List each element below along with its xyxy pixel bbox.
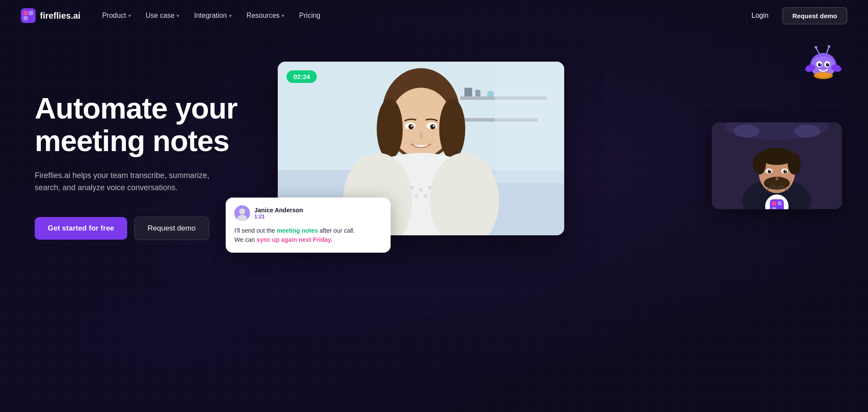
chat-highlight-sync: sync up again next Friday. xyxy=(256,236,332,243)
login-button[interactable]: Login xyxy=(744,8,775,23)
nav-pricing-label: Pricing xyxy=(299,12,320,19)
svg-point-16 xyxy=(828,63,829,65)
nav-product-label: Product xyxy=(102,12,126,20)
svg-rect-0 xyxy=(21,8,36,23)
svg-rect-71 xyxy=(778,207,782,209)
chevron-down-icon: ▾ xyxy=(282,13,284,19)
nav-links: Product ▾ Use case ▾ Integration ▾ Resou… xyxy=(96,8,326,23)
logo-icon xyxy=(21,8,36,23)
svg-point-45 xyxy=(411,125,413,127)
svg-point-15 xyxy=(820,63,821,65)
svg-rect-4 xyxy=(29,16,33,20)
nav-right: Login Request demo xyxy=(744,7,847,24)
chat-header: Janice Anderson 1:21 xyxy=(234,205,382,221)
svg-rect-2 xyxy=(29,11,33,15)
svg-rect-25 xyxy=(475,90,480,96)
svg-rect-68 xyxy=(772,201,776,205)
chat-message: I'll send out the meeting notes after ou… xyxy=(234,226,382,245)
nav-item-integration[interactable]: Integration ▾ xyxy=(188,8,238,23)
hero-left: Automate your meeting notes Fireflies.ai… xyxy=(35,57,252,240)
svg-point-31 xyxy=(439,99,465,159)
request-demo-button[interactable]: Request demo xyxy=(783,7,847,24)
chevron-down-icon: ▾ xyxy=(229,13,232,19)
hero-right: 02:24 Janice Anderson 1:21 I'll send o xyxy=(252,57,833,235)
svg-rect-27 xyxy=(495,62,564,183)
svg-point-44 xyxy=(430,124,435,129)
svg-point-36 xyxy=(411,186,414,189)
svg-point-40 xyxy=(424,194,427,198)
svg-point-30 xyxy=(377,99,403,159)
navbar: fireflies.ai Product ▾ Use case ▾ Integr… xyxy=(0,0,868,31)
svg-point-48 xyxy=(239,208,245,214)
nav-item-resources[interactable]: Resources ▾ xyxy=(240,8,290,23)
svg-point-6 xyxy=(815,46,817,49)
svg-point-43 xyxy=(408,124,414,129)
svg-point-65 xyxy=(769,170,771,171)
secondary-video-inner xyxy=(712,122,842,209)
chat-time: 1:21 xyxy=(254,214,303,220)
svg-point-53 xyxy=(794,125,820,138)
nav-item-pricing[interactable]: Pricing xyxy=(293,8,326,23)
chat-name: Janice Anderson xyxy=(254,207,303,214)
nav-resources-label: Resources xyxy=(247,12,279,20)
chat-avatar xyxy=(234,205,250,221)
svg-point-37 xyxy=(419,188,423,191)
request-demo-hero-button[interactable]: Request demo xyxy=(134,217,209,240)
chat-highlight-meeting-notes: meeting notes xyxy=(277,227,318,234)
svg-point-19 xyxy=(814,72,833,79)
nav-item-product[interactable]: Product ▾ xyxy=(96,8,137,23)
svg-point-39 xyxy=(415,194,418,198)
nav-usecase-label: Use case xyxy=(146,12,175,20)
chat-text-before: I'll send out the xyxy=(234,227,277,234)
hero-title: Automate your meeting notes xyxy=(35,92,252,157)
svg-point-66 xyxy=(785,170,786,171)
svg-rect-70 xyxy=(772,207,776,209)
svg-point-59 xyxy=(788,153,801,175)
logo-text: fireflies.ai xyxy=(40,11,80,21)
svg-point-52 xyxy=(733,125,760,138)
svg-point-46 xyxy=(433,125,434,127)
chat-user-info: Janice Anderson 1:21 xyxy=(254,207,303,220)
nav-integration-label: Integration xyxy=(194,12,227,20)
svg-point-8 xyxy=(828,45,830,48)
svg-line-5 xyxy=(816,48,819,54)
svg-point-26 xyxy=(487,91,494,98)
hero-buttons: Get started for free Request demo xyxy=(35,217,252,240)
robot-mascot xyxy=(803,44,846,88)
video-timer-badge: 02:24 xyxy=(286,70,317,83)
svg-point-38 xyxy=(428,186,431,189)
hero-subtitle: Fireflies.ai helps your team transcribe,… xyxy=(35,169,217,194)
secondary-video-card xyxy=(712,122,842,209)
chevron-down-icon: ▾ xyxy=(128,13,131,19)
chevron-down-icon: ▾ xyxy=(177,13,179,19)
svg-rect-69 xyxy=(778,201,782,205)
chat-bubble: Janice Anderson 1:21 I'll send out the m… xyxy=(226,198,391,253)
svg-rect-1 xyxy=(23,11,28,15)
nav-left: fireflies.ai Product ▾ Use case ▾ Integr… xyxy=(21,8,326,23)
hero-section: Automate your meeting notes Fireflies.ai… xyxy=(0,31,868,412)
svg-rect-24 xyxy=(464,88,472,96)
svg-point-58 xyxy=(753,153,766,175)
svg-line-7 xyxy=(827,47,829,53)
get-started-button[interactable]: Get started for free xyxy=(35,217,127,240)
logo-link[interactable]: fireflies.ai xyxy=(21,8,80,23)
nav-item-usecase[interactable]: Use case ▾ xyxy=(140,8,186,23)
svg-rect-3 xyxy=(23,16,28,20)
